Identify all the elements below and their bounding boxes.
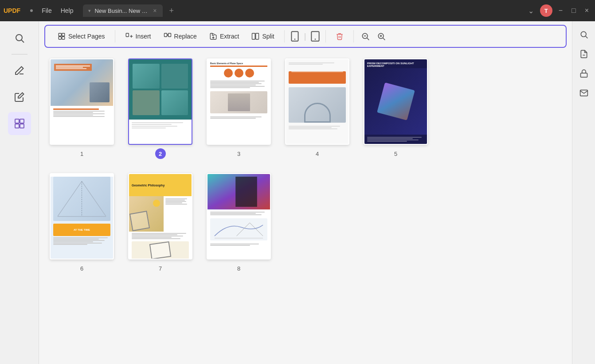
page-item-3[interactable]: Basic Elements of Plane Space — [207, 58, 271, 159]
svg-rect-16 — [256, 33, 259, 39]
svg-rect-6 — [59, 33, 61, 36]
insert-label: Insert — [136, 33, 151, 40]
page-item-1[interactable]: 1 — [50, 58, 114, 159]
title-bar: UPDF File Help ▾ New Busin... New Font ×… — [0, 0, 595, 21]
zoom-in-button[interactable] — [374, 29, 388, 43]
page-item-6[interactable]: AT THE TIME 6 — [50, 173, 114, 274]
svg-line-30 — [82, 181, 106, 216]
page-thumb-3: Basic Elements of Plane Space — [207, 58, 271, 145]
svg-rect-39 — [580, 73, 587, 77]
svg-rect-3 — [20, 119, 24, 123]
svg-rect-13 — [164, 33, 167, 37]
phone-icon — [289, 31, 301, 42]
select-pages-button[interactable]: Select Pages — [52, 30, 110, 43]
page-thumb-5: PRISM DECOMPOSITI ON SUNLIGHT EXPERIMENT — [364, 58, 428, 145]
page-item-7[interactable]: Geometric Philosophy — [128, 173, 192, 274]
page-number-4: 4 — [312, 148, 323, 159]
page-thumb-1 — [50, 58, 114, 145]
split-label: Split — [262, 33, 274, 40]
page-thumb-4 — [285, 58, 349, 145]
rs-pdfa-btn[interactable] — [576, 46, 592, 62]
svg-rect-4 — [15, 124, 19, 128]
tabs-area: ▾ New Busin... New Font × + — [83, 4, 525, 17]
title-bar-right: ⌄ T − □ × — [525, 4, 591, 17]
sidebar-edit-btn[interactable] — [8, 59, 31, 82]
insert-button[interactable]: Insert — [120, 30, 157, 43]
page-number-6: 6 — [77, 263, 87, 274]
page-row-1: 1 — [50, 58, 561, 159]
svg-line-24 — [367, 38, 369, 40]
tab-arrow: ▾ — [88, 8, 91, 14]
left-sidebar — [0, 21, 39, 364]
device-icons: | — [289, 31, 321, 42]
menu-file[interactable]: File — [37, 5, 56, 16]
svg-line-37 — [585, 36, 587, 39]
replace-label: Replace — [174, 33, 197, 40]
page-number-1: 1 — [77, 148, 87, 159]
rs-lock-btn[interactable] — [576, 66, 592, 81]
extract-button[interactable]: Extract — [204, 30, 245, 43]
logo-text: UPDF — [4, 7, 20, 14]
page-number-2: 2 — [155, 148, 166, 159]
tab-name: New Busin... New Font — [94, 8, 149, 14]
svg-point-36 — [581, 31, 586, 37]
svg-rect-5 — [20, 124, 24, 128]
sidebar-pages-btn[interactable] — [8, 112, 31, 135]
svg-rect-15 — [252, 33, 255, 39]
sep-4 — [353, 30, 354, 43]
user-avatar[interactable]: T — [540, 4, 552, 17]
page-item-2[interactable]: 2 — [128, 58, 192, 159]
svg-rect-8 — [59, 37, 61, 39]
delete-button[interactable] — [330, 30, 349, 43]
minimize-button[interactable]: − — [556, 5, 565, 16]
svg-line-28 — [383, 38, 385, 40]
sidebar-search-btn[interactable] — [8, 27, 31, 50]
device-sep: | — [304, 32, 306, 41]
main-area: Select Pages Insert Replace — [0, 21, 595, 364]
svg-point-0 — [16, 35, 22, 41]
tab-close-btn[interactable]: × — [152, 7, 157, 14]
page-item-4[interactable]: 4 — [285, 58, 349, 159]
svg-line-29 — [58, 181, 82, 216]
page-number-5: 5 — [391, 148, 401, 159]
page-number-3: 3 — [234, 148, 244, 159]
sep-1 — [115, 30, 115, 43]
app-logo: UPDF — [4, 7, 20, 14]
extract-label: Extract — [220, 33, 239, 40]
rs-mail-btn[interactable] — [576, 85, 592, 101]
page-thumb-6: AT THE TIME — [50, 173, 114, 259]
new-tab-button[interactable]: + — [166, 5, 176, 16]
select-pages-label: Select Pages — [68, 33, 105, 40]
page-number-7: 7 — [155, 263, 166, 274]
menu-help[interactable]: Help — [56, 5, 78, 16]
page-number-8: 8 — [234, 263, 244, 274]
page-thumb-8 — [207, 173, 271, 259]
sep-2 — [284, 30, 285, 43]
svg-rect-9 — [62, 37, 65, 39]
page-grid: 1 — [39, 51, 572, 364]
zoom-out-button[interactable] — [358, 29, 372, 43]
page-row-2: AT THE TIME 6 — [50, 173, 561, 274]
maximize-button[interactable]: □ — [569, 5, 579, 16]
sidebar-annotate-btn[interactable] — [8, 85, 31, 108]
svg-rect-7 — [62, 33, 65, 36]
right-sidebar — [572, 21, 595, 364]
svg-line-1 — [21, 40, 24, 43]
sidebar-divider-1 — [12, 54, 27, 54]
split-button[interactable]: Split — [246, 30, 279, 43]
toolbar: Select Pages Insert Replace — [44, 25, 567, 48]
svg-rect-10 — [126, 33, 129, 37]
dropdown-button[interactable]: ⌄ — [525, 5, 536, 17]
close-window-button[interactable]: × — [582, 5, 591, 16]
logo-dot — [30, 9, 33, 12]
active-tab[interactable]: ▾ New Busin... New Font × — [83, 4, 163, 17]
content-area: Select Pages Insert Replace — [39, 21, 572, 364]
svg-rect-34 — [235, 177, 257, 207]
page-item-8[interactable]: 8 — [207, 173, 271, 274]
replace-button[interactable]: Replace — [158, 30, 202, 43]
tablet-icon — [309, 31, 321, 42]
page-item-5[interactable]: PRISM DECOMPOSITI ON SUNLIGHT EXPERIMENT — [364, 58, 428, 159]
svg-rect-2 — [15, 119, 19, 123]
page-thumb-7: Geometric Philosophy — [128, 173, 192, 259]
rs-search-btn[interactable] — [576, 27, 592, 43]
